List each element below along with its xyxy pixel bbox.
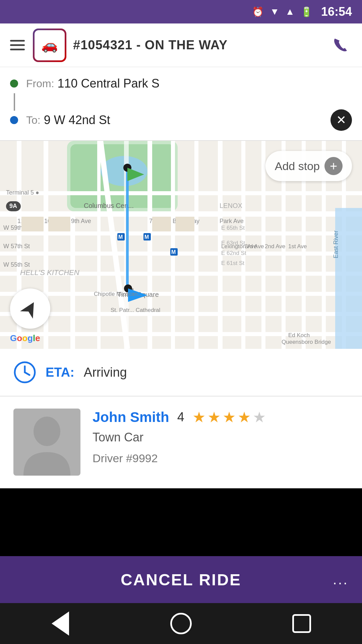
- star-4: ★: [238, 409, 251, 426]
- to-value: 9 W 42nd St: [44, 113, 110, 127]
- google-logo: Google: [10, 333, 40, 343]
- svg-text:LENOX: LENOX: [220, 202, 242, 209]
- close-icon: ✕: [336, 114, 346, 126]
- map-section[interactable]: 11th Ave 10th Ave 9th Ave 7th Ave Broadw…: [0, 141, 362, 349]
- address-connector: [14, 93, 15, 111]
- cancel-ride-button[interactable]: CANCEL RIDE ...: [0, 556, 362, 603]
- back-icon: [52, 611, 69, 636]
- from-label: From:: [26, 77, 54, 90]
- status-bar: ⏰ ▼ ▲ 🔋 16:54: [0, 0, 362, 23]
- svg-text:W 57th St: W 57th St: [3, 243, 30, 250]
- svg-text:Terminal 5 ●: Terminal 5 ●: [6, 189, 39, 196]
- driver-name-row: John Smith 4 ★ ★ ★ ★ ★: [93, 409, 349, 426]
- svg-text:E 65th St: E 65th St: [221, 225, 245, 231]
- nav-bar: 🚗 #1054321 - ON THE WAY: [0, 23, 362, 67]
- recents-icon: [292, 614, 311, 633]
- eta-label: ETA:: [46, 365, 74, 380]
- star-2: ★: [207, 409, 221, 426]
- to-label: To:: [26, 114, 41, 126]
- bottom-nav: [0, 603, 362, 644]
- signal-icon: ▲: [285, 6, 295, 17]
- menu-icon[interactable]: [10, 40, 25, 50]
- driver-name: John Smith: [93, 409, 169, 425]
- more-options-icon[interactable]: ...: [333, 572, 349, 588]
- address-section: From: 110 Central Park S To: 9 W 42nd St…: [0, 67, 362, 141]
- svg-text:M: M: [171, 249, 176, 255]
- driver-car-type: Town Car: [93, 430, 349, 444]
- nav-title: #1054321 - ON THE WAY: [73, 38, 328, 52]
- svg-text:Park Ave: Park Ave: [220, 218, 244, 224]
- svg-text:9A: 9A: [9, 203, 17, 209]
- svg-rect-11: [0, 191, 362, 195]
- status-time: 16:54: [321, 5, 352, 19]
- svg-text:HELL'S KITCHEN: HELL'S KITCHEN: [20, 268, 79, 277]
- app-logo: 🚗: [33, 29, 66, 62]
- driver-stars: ★ ★ ★ ★ ★: [192, 409, 266, 426]
- star-1: ★: [192, 409, 205, 426]
- svg-rect-14: [70, 211, 75, 349]
- from-dot: [10, 79, 18, 88]
- map-container: 11th Ave 10th Ave 9th Ave 7th Ave Broadw…: [0, 141, 362, 349]
- svg-text:9th Ave: 9th Ave: [71, 218, 91, 224]
- svg-text:East River: East River: [333, 230, 339, 258]
- eta-section: ETA: Arriving: [0, 349, 362, 396]
- svg-rect-37: [21, 217, 44, 231]
- from-address-row[interactable]: From: 110 Central Park S: [0, 67, 362, 100]
- add-stop-label: Add stop: [275, 160, 320, 173]
- svg-rect-57: [335, 208, 362, 349]
- svg-rect-15: [97, 141, 101, 349]
- home-icon: [170, 613, 192, 634]
- to-address-row[interactable]: To: 9 W 42nd St ✕: [0, 100, 362, 140]
- back-button[interactable]: [44, 610, 77, 637]
- svg-text:E 62nd St: E 62nd St: [221, 250, 246, 256]
- wifi-icon: ▼: [270, 6, 279, 17]
- svg-line-76: [25, 372, 29, 375]
- driver-avatar: [13, 409, 80, 476]
- svg-rect-17: [147, 141, 152, 349]
- svg-text:E 63rd St: E 63rd St: [221, 240, 245, 246]
- driver-info: John Smith 4 ★ ★ ★ ★ ★ Town Car Driver #…: [93, 409, 349, 465]
- svg-text:1st Ave: 1st Ave: [288, 243, 307, 250]
- battery-icon: 🔋: [301, 6, 312, 17]
- to-dot: [10, 116, 18, 124]
- svg-rect-40: [176, 217, 194, 231]
- svg-rect-5: [0, 231, 362, 235]
- driver-number: Driver #9992: [93, 452, 349, 465]
- svg-rect-4: [0, 211, 362, 217]
- add-stop-button[interactable]: Add stop +: [265, 151, 352, 181]
- svg-rect-38: [48, 217, 70, 231]
- clear-destination-button[interactable]: ✕: [330, 109, 352, 131]
- alarm-icon: ⏰: [252, 6, 264, 17]
- svg-marker-73: [20, 299, 40, 319]
- cancel-label: CANCEL RIDE: [0, 571, 362, 589]
- svg-text:E 61st St: E 61st St: [221, 260, 244, 266]
- svg-text:Ed Koch: Ed Koch: [288, 332, 310, 338]
- svg-text:M: M: [118, 234, 123, 240]
- from-value: 110 Central Park S: [58, 76, 160, 91]
- svg-rect-8: [0, 292, 362, 296]
- eta-value: Arriving: [84, 365, 127, 380]
- svg-text:M: M: [144, 234, 149, 240]
- svg-text:3rd Ave: 3rd Ave: [245, 243, 264, 250]
- svg-rect-39: [152, 217, 171, 231]
- star-3: ★: [223, 409, 236, 426]
- svg-rect-9: [0, 312, 362, 316]
- svg-text:Queensboro Bridge: Queensboro Bridge: [282, 339, 331, 345]
- svg-rect-19: [194, 141, 198, 349]
- svg-text:St. Patr... Cathedral: St. Patr... Cathedral: [111, 307, 160, 313]
- svg-point-77: [34, 417, 60, 446]
- eta-clock-icon: [13, 361, 36, 384]
- svg-rect-18: [171, 141, 175, 349]
- location-button[interactable]: [10, 288, 50, 329]
- driver-rating-number: 4: [177, 410, 184, 424]
- svg-rect-6: [0, 252, 362, 256]
- home-button[interactable]: [164, 610, 198, 637]
- recents-button[interactable]: [285, 610, 318, 637]
- star-5: ★: [253, 409, 266, 426]
- svg-text:2nd Ave: 2nd Ave: [265, 243, 285, 250]
- add-stop-plus-icon: +: [324, 157, 343, 175]
- svg-text:W 55th St: W 55th St: [3, 261, 30, 268]
- driver-section: John Smith 4 ★ ★ ★ ★ ★ Town Car Driver #…: [0, 396, 362, 488]
- svg-text:Chipotle Mexican...: Chipotle Mexican...: [94, 291, 142, 297]
- phone-button[interactable]: [328, 34, 352, 57]
